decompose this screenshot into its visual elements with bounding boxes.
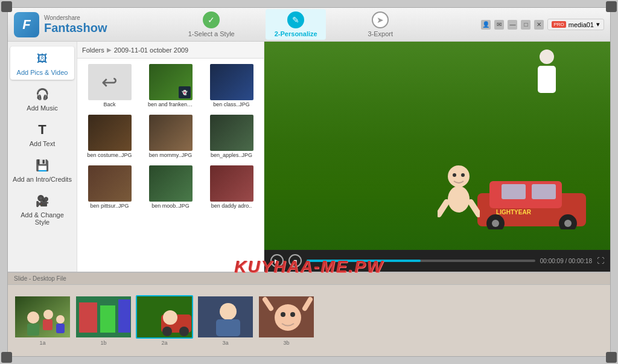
file-item-4[interactable]: ben_apples..JPG [203,113,260,160]
scene-baby [438,163,480,226]
svg-rect-16 [538,66,556,93]
svg-point-31 [162,327,172,336]
file-item-7[interactable]: ben daddy adro.. [203,164,260,211]
file-item-0[interactable]: 👻 ben and frankenstein..JPG [142,62,199,109]
file-item-6[interactable]: ben moob..JPG [142,164,199,211]
step-1-circle: ✓ [203,11,220,28]
sidebar-item-add-style-label: Add & Change Style [13,211,72,226]
restore-button[interactable]: □ [521,20,530,30]
close-button[interactable]: ✕ [534,20,544,30]
step-3[interactable]: ➤ 3-Export [350,11,410,37]
film-item-2[interactable]: 2a [136,295,193,346]
step-2-circle: ✎ [287,11,304,28]
play-button[interactable]: ▶ [270,254,284,267]
file-item-back-label: Back [103,101,115,107]
sidebar-item-add-music-label: Add Music [27,104,57,112]
sidebar-item-add-text[interactable]: T Add Text [10,118,74,151]
fullscreen-button[interactable]: ⛶ [597,257,604,265]
app-name: Fantashow [44,21,107,35]
step-3-label: 3-Export [368,30,393,37]
film-thumb-1 [75,295,132,339]
timeline-header: Slide - Desktop File [8,273,610,285]
film-inner-4 [259,296,314,337]
logo-area: F Wondershare Fantashow [14,12,110,37]
add-style-icon: 🎥 [34,193,51,209]
media-selector[interactable]: PRO media01 ▾ [547,19,604,30]
svg-point-15 [540,49,554,64]
file-item-0-label: ben and frankenstein..JPG [148,101,193,107]
scene-car: LIGHTYEAR [471,169,592,232]
file-item-2[interactable]: ben costume..JPG [81,113,138,160]
sidebar-item-add-pics-video[interactable]: 🖼 Add Pics & Video [10,46,74,80]
svg-rect-26 [100,305,115,333]
back-thumb: ↩ [88,64,132,100]
account-button[interactable]: 👤 [481,20,491,30]
timeline: Slide - Desktop File [8,272,610,356]
filmstrip: 1a [8,285,610,356]
file-item-5[interactable]: ben pittsur..JPG [81,164,138,211]
film-item-4[interactable]: 3b [258,295,315,346]
back-arrow-icon: ↩ [101,71,118,94]
file-thumb-0: 👻 [149,64,193,100]
svg-rect-6 [502,184,526,199]
svg-point-9 [448,165,470,187]
svg-point-38 [281,312,285,317]
add-pics-video-icon: 🖼 [34,50,51,67]
file-item-3[interactable]: ben mommy..JPG [142,113,199,160]
step-1[interactable]: ✓ 1-Select a Style [181,11,241,37]
media-chevron-icon: ▾ [596,21,600,28]
sidebar-item-add-intro[interactable]: 💾 Add an Intro/Credits [10,153,74,187]
minimize-button[interactable]: — [508,20,517,30]
add-intro-icon: 💾 [34,157,51,174]
sidebar-item-add-style[interactable]: 🎥 Add & Change Style [10,189,74,229]
film-thumb-3 [197,295,254,339]
breadcrumb-root: Folders [82,46,104,54]
mail-button[interactable]: ✉ [494,20,504,30]
file-item-back[interactable]: ↩ Back [81,62,138,109]
svg-point-18 [27,311,39,324]
step-3-circle: ➤ [372,11,389,28]
svg-point-13 [453,173,456,177]
svg-point-32 [179,327,189,336]
brand-name: Wondershare [44,14,107,21]
file-thumb-7 [210,165,253,202]
svg-point-34 [220,303,237,320]
file-thumb-1 [210,64,253,100]
film-num-3: 3a [222,340,228,346]
logo-text: Wondershare Fantashow [44,14,107,35]
file-thumb-5 [88,165,132,202]
svg-point-30 [163,310,177,325]
file-item-1[interactable]: ben class..JPG [203,62,260,109]
svg-point-39 [290,312,295,317]
svg-text:LIGHTYEAR: LIGHTYEAR [496,209,532,216]
film-inner-3 [198,296,253,337]
step-2[interactable]: ✎ 2-Personalize [266,9,326,40]
breadcrumb-bar: Folders ▶ 2009-11-01 october 2009 [77,42,264,59]
file-item-6-label: ben moob..JPG [151,203,190,209]
progress-bar[interactable] [307,260,535,262]
sidebar-item-add-music[interactable]: 🎧 Add Music [10,82,74,115]
file-item-1-label: ben class..JPG [213,101,250,107]
file-item-4-label: ben_apples..JPG [211,152,252,158]
file-thumb-3 [149,115,193,151]
file-item-2-label: ben costume..JPG [87,152,132,158]
time-display: 00:00:09 / 00:00:18 [540,258,592,264]
film-thumb-0 [14,295,71,339]
film-item-3[interactable]: 3a [197,295,254,346]
film-item-1[interactable]: 1b [75,295,132,346]
svg-rect-23 [56,324,65,333]
svg-point-22 [56,315,65,324]
pro-badge: PRO [552,21,565,28]
title-right: 👤 ✉ — □ ✕ PRO media01 ▾ [481,19,604,30]
app-logo-icon: F [14,12,39,37]
preview-area: LIGHTYEAR [264,42,610,272]
film-inner-0 [15,296,70,337]
svg-rect-25 [79,302,97,333]
film-item-0[interactable]: 1a [14,295,71,346]
stop-button[interactable]: ■ [288,254,302,267]
corner-tl [1,1,12,12]
svg-line-12 [471,202,479,214]
content-area: 🖼 Add Pics & Video 🎧 Add Music T Add Tex… [8,42,610,356]
file-item-3-label: ben mommy..JPG [149,152,192,158]
film-num-2: 2a [161,340,167,346]
